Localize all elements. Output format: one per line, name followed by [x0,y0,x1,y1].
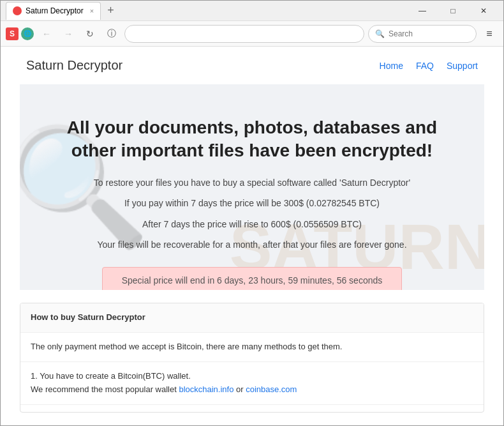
hero-heading: All your documents, photos, databases an… [45,116,459,163]
forward-button[interactable]: → [59,25,77,43]
site-nav: Home FAQ Support [380,61,478,71]
window-controls: — □ ✕ [408,1,498,21]
globe-icon: 🌐 [21,27,34,40]
nav-support[interactable]: Support [447,61,478,71]
info-row-payment: The only payment method we accept is Bit… [20,333,484,362]
info-wallet-subtext: We recommend the most popular wallet [31,384,179,394]
info-row-buy: 2. You have to buy some Bitcoins to your… [20,405,484,413]
new-tab-button[interactable]: + [105,4,117,17]
title-bar: Saturn Decryptor × + — □ ✕ [1,1,503,21]
page-content: Saturn Decryptor Home FAQ Support 🔍 SATU… [1,47,503,425]
maximize-button[interactable]: □ [438,1,468,21]
nav-faq[interactable]: FAQ [416,61,434,71]
blockchain-link[interactable]: blockchain.info [179,384,233,394]
coinbase-link[interactable]: coinbase.com [246,384,297,394]
back-button[interactable]: ← [38,25,56,43]
site-logo: Saturn Decryptor [26,58,122,73]
info-button[interactable]: ⓘ [103,25,121,43]
title-bar-left: Saturn Decryptor × + [6,2,408,20]
info-wallet-or: or [233,384,246,394]
tab-close-button[interactable]: × [90,7,94,15]
info-wallet-line2: We recommend the most popular wallet blo… [31,383,473,397]
hero-line3: After 7 days the price will rise to 600$… [45,217,459,231]
info-wallet-line1: 1. You have to create a Bitcoin(BTC) wal… [31,370,473,383]
minimize-button[interactable]: — [408,1,437,21]
site-favicon: S [6,27,19,40]
hero-section: 🔍 SATURN All your documents, photos, dat… [20,84,484,290]
info-header-text: How to buy Saturn Decryptor [31,312,145,322]
info-section: How to buy Saturn Decryptor The only pay… [20,303,484,413]
navigation-bar: S 🌐 ← → ↻ ⓘ 🔍 ≡ [1,21,503,47]
info-payment-text: The only payment method we accept is Bit… [31,342,342,351]
hero-line1: To restore your files you have to buy a … [45,176,459,190]
hero-line4: Your files will be recoverable for a mon… [45,238,459,252]
info-row-wallet: 1. You have to create a Bitcoin(BTC) wal… [20,362,484,405]
countdown-box: Special price will end in 6 days, 23 hou… [102,267,403,290]
menu-button[interactable]: ≡ [480,25,498,43]
search-input[interactable] [389,29,465,38]
search-bar[interactable]: 🔍 [368,25,477,43]
search-icon: 🔍 [375,29,385,38]
address-bar[interactable] [124,25,364,43]
refresh-button[interactable]: ↻ [81,25,99,43]
tab-favicon [13,6,22,15]
info-row-header: How to buy Saturn Decryptor [20,303,484,333]
site-header: Saturn Decryptor Home FAQ Support [1,47,503,84]
nav-home[interactable]: Home [380,61,403,71]
favicon-area: S 🌐 [6,27,34,40]
close-button[interactable]: ✕ [469,1,498,21]
countdown-text: Special price will end in 6 days, 23 hou… [122,275,383,285]
hero-content: All your documents, photos, databases an… [45,116,459,290]
hero-line2: If you pay within 7 days the price will … [45,196,459,210]
browser-window: Saturn Decryptor × + — □ ✕ S 🌐 ← → ↻ ⓘ 🔍… [0,0,504,426]
tab-title: Saturn Decryptor [26,6,84,15]
browser-tab[interactable]: Saturn Decryptor × [6,2,101,20]
